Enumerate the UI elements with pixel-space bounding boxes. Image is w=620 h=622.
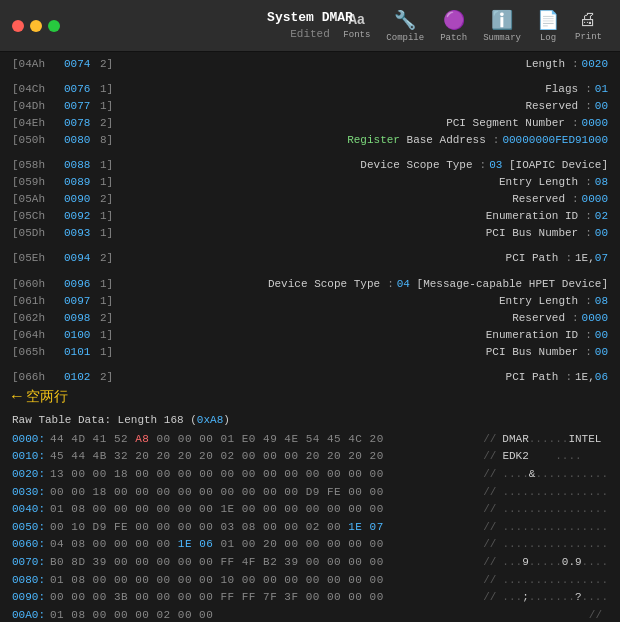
print-icon: 🖨 — [579, 9, 597, 30]
addr-cell: [05Ah — [12, 191, 64, 208]
offset-cell: 0097 — [64, 293, 100, 310]
hex-addr: 0090: — [12, 589, 50, 607]
hex-row: 0000: 44 4D 41 52 A8 00 00 00 01 E0 49 4… — [12, 431, 608, 449]
table-row: [04Ch 0076 1] Flags : 01 — [12, 81, 608, 98]
size-cell: 1] — [100, 225, 118, 242]
hex-row: 0020: 13 00 00 18 00 00 00 00 00 00 00 0… — [12, 466, 608, 484]
patch-button[interactable]: 🟣 Patch — [434, 5, 473, 47]
size-cell: 1] — [100, 276, 118, 293]
table-row: [066h 0102 2] PCI Path : 1E,06 — [12, 369, 608, 386]
table-row: [050h 0080 8] Register Base Address : 00… — [12, 132, 608, 149]
value-cell: 08 — [595, 293, 608, 310]
offset-cell: 0100 — [64, 327, 100, 344]
table-row: [05Ch 0092 1] Enumeration ID : 02 — [12, 208, 608, 225]
size-cell: 1] — [100, 98, 118, 115]
hex-addr: 0000: — [12, 431, 50, 449]
offset-cell: 0098 — [64, 310, 100, 327]
toolbar: Aa Fonts 🔧 Compile 🟣 Patch ℹ️ Summary 📄 … — [337, 5, 608, 47]
hex-addr: 0010: — [12, 448, 50, 466]
value-cell: 00 — [595, 98, 608, 115]
value-cell: 1E,06 — [575, 369, 608, 386]
label-cell: Flags — [126, 81, 582, 98]
hex-comment: ....&........... — [502, 466, 608, 484]
hex-comment: EDK2 .... — [502, 448, 608, 466]
compile-icon: 🔧 — [394, 9, 416, 31]
hex-addr: 0040: — [12, 501, 50, 519]
hex-row: 0060: 04 08 00 00 00 00 1E 06 01 00 20 0… — [12, 536, 608, 554]
patch-label: Patch — [440, 33, 467, 43]
addr-cell: [059h — [12, 174, 64, 191]
addr-cell: [064h — [12, 327, 64, 344]
table-row: [060h 0096 1] Device Scope Type : 04 [Me… — [12, 276, 608, 293]
patch-icon: 🟣 — [443, 9, 465, 31]
offset-cell: 0074 — [64, 56, 100, 73]
offset-cell: 0101 — [64, 344, 100, 361]
summary-button[interactable]: ℹ️ Summary — [477, 5, 527, 47]
hex-bytes: 00 10 D9 FE 00 00 00 00 03 08 00 00 02 0… — [50, 519, 477, 537]
app-title: System DMAR — [267, 10, 353, 27]
titlebar: System DMAR Edited Aa Fonts 🔧 Compile 🟣 … — [0, 0, 620, 52]
raw-header: Raw Table Data: Length 168 (0xA8) — [0, 408, 620, 429]
hex-bytes: 01 08 00 00 00 02 00 00 — [50, 607, 583, 622]
label-cell: Device Scope Type — [126, 157, 477, 174]
size-cell: 2] — [100, 115, 118, 132]
addr-cell: [04Ch — [12, 81, 64, 98]
value-cell: 0000 — [582, 191, 608, 208]
hex-bytes: 00 00 18 00 00 00 00 00 00 00 00 00 D9 F… — [50, 484, 477, 502]
value-cell: 00 — [595, 225, 608, 242]
addr-cell: [05Ch — [12, 208, 64, 225]
hex-addr: 0060: — [12, 536, 50, 554]
value-cell: 01 — [595, 81, 608, 98]
table-row: [061h 0097 1] Entry Length : 08 — [12, 293, 608, 310]
offset-cell: 0089 — [64, 174, 100, 191]
addr-cell: [061h — [12, 293, 64, 310]
offset-cell: 0088 — [64, 157, 100, 174]
traffic-lights — [12, 20, 60, 32]
table-row: [059h 0089 1] Entry Length : 08 — [12, 174, 608, 191]
value-cell: 02 — [595, 208, 608, 225]
size-cell: 2] — [100, 369, 118, 386]
offset-cell: 0078 — [64, 115, 100, 132]
size-cell: 1] — [100, 174, 118, 191]
maximize-button[interactable] — [48, 20, 60, 32]
spacer — [12, 149, 608, 157]
hex-bytes: 00 00 00 3B 00 00 00 00 FF FF 7F 3F 00 0… — [50, 589, 477, 607]
hex-dump: 0000: 44 4D 41 52 A8 00 00 00 01 E0 49 4… — [0, 429, 620, 622]
minimize-button[interactable] — [30, 20, 42, 32]
close-button[interactable] — [12, 20, 24, 32]
addr-cell: [04Dh — [12, 98, 64, 115]
hex-row: 00A0: 01 08 00 00 00 02 00 00 // — [12, 607, 608, 622]
hex-row: 0090: 00 00 00 3B 00 00 00 00 FF FF 7F 3… — [12, 589, 608, 607]
table-row: [064h 0100 1] Enumeration ID : 00 — [12, 327, 608, 344]
log-button[interactable]: 📄 Log — [531, 5, 565, 47]
hex-bytes: 01 08 00 00 00 00 00 00 1E 00 00 00 00 0… — [50, 501, 477, 519]
label-cell: PCI Path — [126, 369, 562, 386]
size-cell: 2] — [100, 56, 118, 73]
main-content: [04Ah 0074 2] Length : 0020 [04Ch 0076 1… — [0, 52, 620, 622]
hex-comment: ...9.....0.9.... — [502, 554, 608, 572]
value-cell: 04 [Message-capable HPET Device] — [397, 276, 608, 293]
addr-cell: [058h — [12, 157, 64, 174]
value-cell: 0000 — [582, 310, 608, 327]
offset-cell: 0076 — [64, 81, 100, 98]
print-button[interactable]: 🖨 Print — [569, 5, 608, 46]
size-cell: 2] — [100, 250, 118, 267]
value-cell: 00 — [595, 327, 608, 344]
label-cell: Entry Length — [126, 174, 582, 191]
value-cell: 03 [IOAPIC Device] — [489, 157, 608, 174]
value-cell: 1E,07 — [575, 250, 608, 267]
spacer — [12, 361, 608, 369]
value-cell: 00 — [595, 344, 608, 361]
log-label: Log — [540, 33, 556, 43]
addr-cell: [05Dh — [12, 225, 64, 242]
hex-row: 0070: B0 8D 39 00 00 00 00 00 FF 4F B2 3… — [12, 554, 608, 572]
hex-bytes: 04 08 00 00 00 00 1E 06 01 00 20 00 00 0… — [50, 536, 477, 554]
table-row: [05Ah 0090 2] Reserved : 0000 — [12, 191, 608, 208]
hex-bytes: 44 4D 41 52 A8 00 00 00 01 E0 49 4E 54 4… — [50, 431, 477, 449]
compile-button[interactable]: 🔧 Compile — [380, 5, 430, 47]
addr-cell: [062h — [12, 310, 64, 327]
label-cell: PCI Path — [126, 250, 562, 267]
addr-cell: [060h — [12, 276, 64, 293]
hex-comment: ................ — [502, 572, 608, 590]
table-row: [05Dh 0093 1] PCI Bus Number : 00 — [12, 225, 608, 242]
